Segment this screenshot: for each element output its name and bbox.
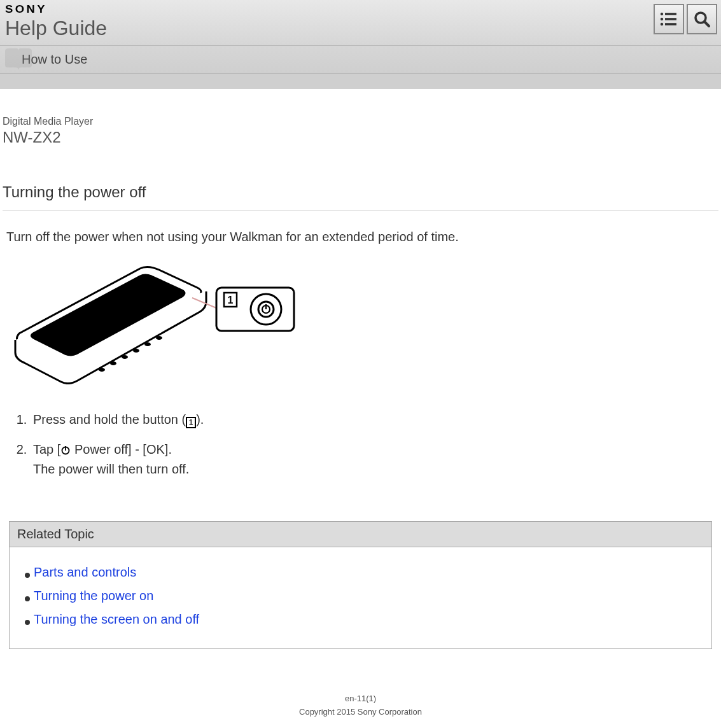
related-link-power-on[interactable]: Turning the power on	[34, 589, 153, 603]
svg-point-12	[144, 342, 151, 346]
svg-point-4	[661, 23, 663, 25]
page-title: Turning the power off	[3, 183, 718, 211]
step-2-mid: Power off] - [OK].	[71, 442, 172, 456]
step-2-sub: The power will then turn off.	[33, 462, 718, 477]
related-topic-box: Related Topic Parts and controls Turning…	[9, 521, 712, 649]
step-2: Tap [ Power off] - [OK]. The power will …	[31, 442, 718, 477]
svg-point-11	[133, 349, 139, 353]
related-topic-list: Parts and controls Turning the power on …	[10, 547, 711, 648]
footer-doc-id: en-11(1)	[3, 694, 718, 703]
device-illustration: 1	[3, 257, 718, 387]
callout-number: 1	[228, 295, 234, 305]
svg-rect-1	[665, 13, 676, 15]
power-icon	[60, 444, 71, 458]
steps-list: Press and hold the button (1). Tap [ Pow…	[3, 412, 718, 477]
list-item: Parts and controls	[25, 565, 696, 580]
list-item: Turning the screen on and off	[25, 612, 696, 627]
intro-text: Turn off the power when not using your W…	[3, 230, 718, 244]
subheader-bar: How to Use	[0, 46, 721, 74]
step-1: Press and hold the button (1).	[31, 412, 718, 428]
menu-button[interactable]	[654, 4, 684, 34]
product-category: Digital Media Player	[3, 116, 718, 127]
search-icon	[693, 10, 711, 28]
list-icon	[660, 12, 678, 26]
svg-rect-5	[665, 23, 676, 25]
list-item: Turning the power on	[25, 589, 696, 603]
header-bar: SONY Help Guide	[0, 0, 721, 46]
svg-point-0	[661, 13, 663, 15]
step-2-pre: Tap [	[33, 442, 60, 456]
header-buttons	[654, 4, 717, 34]
svg-point-10	[122, 355, 128, 359]
step-1-pre: Press and hold the button (	[33, 412, 186, 426]
main-content: Digital Media Player NW-ZX2 Turning the …	[0, 116, 721, 728]
related-link-screen[interactable]: Turning the screen on and off	[34, 612, 199, 626]
related-topic-header: Related Topic	[10, 522, 711, 547]
step-1-post: ).	[196, 412, 204, 426]
svg-point-9	[110, 361, 116, 365]
search-button[interactable]	[687, 4, 717, 34]
book-icon	[3, 46, 34, 73]
svg-rect-3	[665, 18, 676, 20]
svg-point-8	[99, 368, 105, 372]
svg-point-2	[661, 18, 663, 20]
footer-copyright: Copyright 2015 Sony Corporation	[3, 707, 718, 717]
related-link-parts[interactable]: Parts and controls	[34, 565, 136, 579]
svg-line-7	[704, 22, 709, 26]
product-model: NW-ZX2	[3, 129, 718, 146]
app-title: Help Guide	[5, 17, 716, 40]
footer: en-11(1) Copyright 2015 Sony Corporation	[3, 694, 718, 728]
svg-point-13	[156, 336, 162, 340]
brand-logo: SONY	[5, 4, 721, 15]
gray-strip	[0, 74, 721, 89]
step-1-box-icon: 1	[186, 417, 196, 428]
